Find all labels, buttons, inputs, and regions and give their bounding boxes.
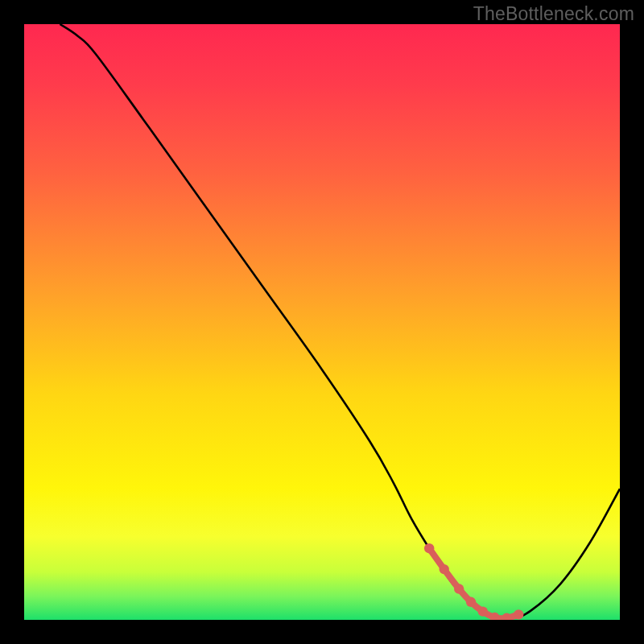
chart-svg xyxy=(24,24,620,620)
highlight-dot xyxy=(454,584,464,593)
gradient-background xyxy=(24,24,620,620)
highlight-dot xyxy=(514,609,523,619)
highlight-dot xyxy=(424,543,434,553)
highlight-dot xyxy=(466,597,476,607)
highlight-dot xyxy=(440,564,449,574)
highlight-dot xyxy=(478,606,488,616)
plot-area xyxy=(24,24,620,620)
chart-frame: TheBottleneck.com xyxy=(0,0,644,644)
watermark-text: TheBottleneck.com xyxy=(473,3,634,25)
